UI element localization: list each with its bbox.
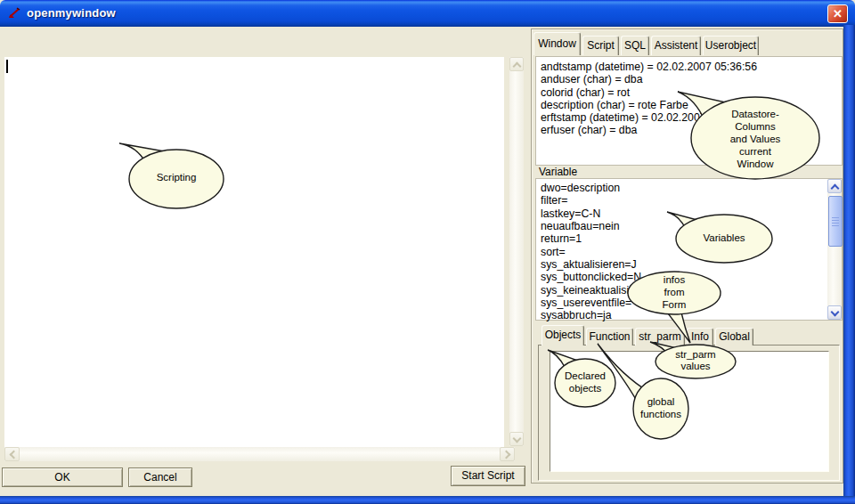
tab-global[interactable]: Global <box>715 328 753 345</box>
datastore-line: andtstamp (datetime) = 02.02.2007 05:36:… <box>541 61 840 73</box>
script-vertical-scrollbar[interactable] <box>509 57 524 446</box>
window-border-bottom <box>0 496 855 504</box>
variable-scroll-up-button[interactable] <box>827 179 842 193</box>
close-icon: ✕ <box>833 7 843 20</box>
variable-scrollbar[interactable] <box>827 179 842 320</box>
app-window: openmywindow ✕ OK Cancel Start Script Wi… <box>0 0 855 504</box>
variable-line: lastkey=C-N <box>541 207 840 220</box>
datastore-line: colorid (char) = rot <box>541 86 840 99</box>
chevron-down-icon <box>513 435 522 443</box>
variable-section-label: Variable <box>539 166 577 178</box>
tab-str-parm[interactable]: str_parm <box>635 328 685 345</box>
scrollbar-grip-icon <box>832 217 839 226</box>
tab-objects[interactable]: Objects <box>542 325 584 345</box>
scroll-up-button[interactable] <box>509 57 524 71</box>
tab-function[interactable]: Function <box>586 328 633 345</box>
chevron-right-icon <box>502 451 511 459</box>
text-caret <box>6 60 8 73</box>
datastore-line: erfuser (char) = dba <box>541 124 840 136</box>
variable-line: sort= <box>541 246 840 258</box>
variable-scrollbar-thumb[interactable] <box>828 196 843 247</box>
tab-userobject[interactable]: Userobject <box>703 36 759 55</box>
scroll-left-button[interactable] <box>4 447 20 461</box>
variable-list[interactable]: dwo=description filter= lastkey=C-N neua… <box>535 178 843 321</box>
variable-line: sys_usereventfile= <box>541 297 840 309</box>
window-border-right <box>843 25 855 504</box>
variable-line: sys_aktualisieren=J <box>541 258 840 271</box>
datastore-line: anduser (char) = dba <box>541 73 840 85</box>
close-button[interactable]: ✕ <box>827 4 848 23</box>
chevron-down-icon <box>831 308 840 317</box>
tab-script[interactable]: Script <box>582 36 619 55</box>
chevron-up-icon <box>831 184 840 193</box>
tab-info[interactable]: Info <box>687 328 713 345</box>
variable-line: return=1 <box>541 232 840 245</box>
variable-line: sysabbruch=ja <box>541 309 840 321</box>
tab-assistent[interactable]: Assistent <box>651 36 701 55</box>
app-icon <box>7 6 21 20</box>
titlebar[interactable]: openmywindow ✕ <box>0 0 855 27</box>
datastore-line: erftstamp (datetime) = 02.02.2007 05 <box>541 111 840 124</box>
script-horizontal-scrollbar[interactable] <box>4 447 515 461</box>
script-editor[interactable] <box>4 57 504 447</box>
variable-line: sys_keineaktualisieru <box>541 284 840 297</box>
variable-line: sys_buttonclicked=N <box>541 271 840 283</box>
variable-line: filter= <box>541 194 840 207</box>
datastore-line: description (char) = rote Farbe <box>541 99 840 111</box>
variable-line: dwo=description <box>541 182 840 194</box>
scroll-down-button[interactable] <box>509 432 524 446</box>
datastore-columns-list[interactable]: andtstamp (datetime) = 02.02.2007 05:36:… <box>535 56 843 166</box>
variable-scroll-down-button[interactable] <box>827 305 842 320</box>
variable-line: neuaufbau=nein <box>541 220 840 232</box>
start-script-button[interactable]: Start Script <box>451 466 525 486</box>
tab-sql[interactable]: SQL <box>621 36 649 55</box>
chevron-left-icon <box>10 451 19 459</box>
cancel-button[interactable]: Cancel <box>128 467 192 487</box>
scroll-right-button[interactable] <box>500 447 515 461</box>
objects-panel[interactable] <box>550 351 829 472</box>
tab-window[interactable]: Window <box>533 32 581 55</box>
ok-button[interactable]: OK <box>2 467 123 487</box>
chevron-up-icon <box>513 62 522 71</box>
window-title: openmywindow <box>27 6 116 20</box>
